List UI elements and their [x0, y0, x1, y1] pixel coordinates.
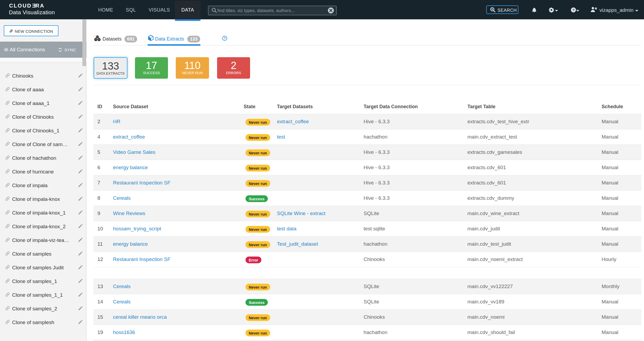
- svg-text:?: ?: [572, 8, 575, 12]
- svg-text:?: ?: [224, 37, 226, 40]
